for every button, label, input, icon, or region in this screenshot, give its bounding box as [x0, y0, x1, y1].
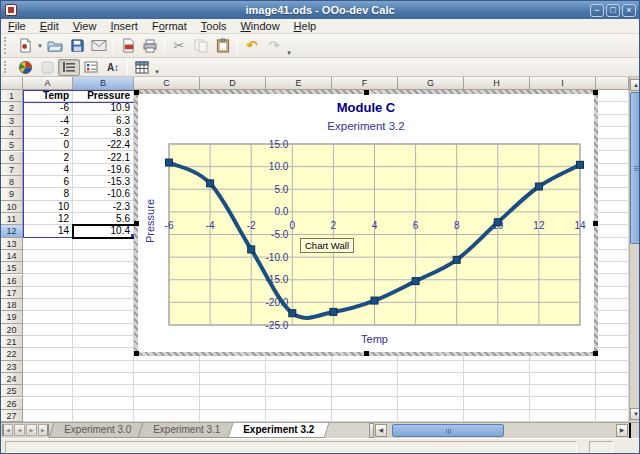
- row-header-21[interactable]: 21: [1, 336, 23, 348]
- data-point-marker[interactable]: [453, 256, 460, 263]
- row-header-3[interactable]: 3: [1, 115, 23, 127]
- chart-title[interactable]: Module C: [138, 100, 594, 115]
- data-point-marker[interactable]: [412, 278, 419, 285]
- menu-format[interactable]: Format: [145, 19, 194, 34]
- data-point-marker[interactable]: [207, 180, 214, 187]
- column-header-b[interactable]: B: [73, 77, 134, 90]
- scroll-left-button[interactable]: ◀: [375, 424, 387, 437]
- vertical-scroll-thumb[interactable]: [630, 92, 640, 244]
- column-header-c[interactable]: C: [134, 77, 200, 90]
- column-header-d[interactable]: D: [200, 77, 266, 90]
- row-header-24[interactable]: 24: [1, 373, 23, 385]
- chart-area[interactable]: Module C Experiment 3.2 Pressure Temp -6…: [138, 94, 594, 352]
- next-sheet-button[interactable]: ▶: [26, 424, 37, 436]
- column-header-partial[interactable]: [596, 77, 629, 90]
- new-document-button[interactable]: [14, 36, 36, 56]
- toolbar-overflow-button[interactable]: ▾: [153, 68, 161, 76]
- row-header-25[interactable]: 25: [1, 385, 23, 397]
- column-header-f[interactable]: F: [332, 77, 398, 90]
- scroll-up-button[interactable]: ▲: [630, 79, 640, 91]
- sheet-tab-experiment-3-1[interactable]: Experiment 3.1: [138, 423, 236, 438]
- column-header-i[interactable]: I: [530, 77, 596, 90]
- row-header-12[interactable]: 12: [1, 225, 23, 237]
- email-button[interactable]: [88, 36, 110, 56]
- paste-button[interactable]: [212, 36, 234, 56]
- row-header-4[interactable]: 4: [1, 127, 23, 139]
- row-header-16[interactable]: 16: [1, 275, 23, 287]
- row-header-13[interactable]: 13: [1, 238, 23, 250]
- scroll-right-button[interactable]: ▶: [616, 424, 628, 437]
- data-point-marker[interactable]: [248, 246, 255, 253]
- data-point-marker[interactable]: [371, 297, 378, 304]
- first-sheet-button[interactable]: ◀: [2, 424, 13, 436]
- data-point-marker[interactable]: [289, 310, 296, 317]
- open-button[interactable]: [44, 36, 66, 56]
- resize-handle-sw[interactable]: [134, 351, 139, 356]
- row-header-17[interactable]: 17: [1, 287, 23, 299]
- row-header-7[interactable]: 7: [1, 164, 23, 176]
- row-header-27[interactable]: 27: [1, 410, 23, 422]
- sheet-tab-experiment-3-0[interactable]: Experiment 3.0: [49, 423, 147, 438]
- column-header-a[interactable]: A: [23, 77, 73, 90]
- last-sheet-button[interactable]: ▶: [38, 424, 49, 436]
- menu-edit[interactable]: Edit: [33, 19, 66, 34]
- horizontal-scrollbar[interactable]: ◀ ▶: [374, 423, 629, 438]
- row-header-8[interactable]: 8: [1, 176, 23, 188]
- resize-handle-nw[interactable]: [134, 90, 139, 95]
- resize-handle-ne[interactable]: [593, 90, 598, 95]
- resize-handle-e[interactable]: [593, 221, 598, 226]
- menu-help[interactable]: Help: [287, 19, 324, 34]
- row-header-10[interactable]: 10: [1, 201, 23, 213]
- toolbar-grip[interactable]: [4, 61, 11, 74]
- chart-subtitle[interactable]: Experiment 3.2: [138, 120, 594, 132]
- title-bar[interactable]: image41.ods - OOo-dev Calc − □ ×: [1, 1, 639, 19]
- menu-file[interactable]: File: [1, 19, 33, 34]
- column-header-g[interactable]: G: [398, 77, 464, 90]
- row-header-1[interactable]: 1: [1, 90, 23, 102]
- y-axis-title[interactable]: Pressure: [144, 199, 156, 243]
- data-point-marker[interactable]: [330, 308, 337, 315]
- scroll-down-button[interactable]: ▼: [630, 408, 640, 420]
- menu-window[interactable]: Window: [233, 19, 286, 34]
- object-properties-button[interactable]: [36, 59, 58, 76]
- row-header-6[interactable]: 6: [1, 152, 23, 164]
- sheet-tab-experiment-3-2[interactable]: Experiment 3.2: [227, 423, 329, 438]
- data-point-marker[interactable]: [577, 161, 584, 168]
- resize-handle-s[interactable]: [364, 351, 369, 356]
- row-header-22[interactable]: 22: [1, 348, 23, 360]
- row-header-15[interactable]: 15: [1, 262, 23, 274]
- resize-handle-w[interactable]: [134, 221, 139, 226]
- row-header-18[interactable]: 18: [1, 299, 23, 311]
- print-button[interactable]: [139, 36, 161, 56]
- legend-button[interactable]: [80, 59, 102, 76]
- toolbar-overflow-button[interactable]: ▾: [285, 49, 293, 57]
- chart-data-table-button[interactable]: [131, 59, 153, 76]
- row-header-20[interactable]: 20: [1, 324, 23, 336]
- copy-button[interactable]: [190, 36, 212, 56]
- row-header-11[interactable]: 11: [1, 213, 23, 225]
- select-all-corner[interactable]: [1, 77, 23, 90]
- data-point-marker[interactable]: [535, 183, 542, 190]
- column-header-e[interactable]: E: [266, 77, 332, 90]
- resize-handle-se[interactable]: [593, 351, 598, 356]
- redo-button[interactable]: ↷: [263, 36, 285, 56]
- previous-sheet-button[interactable]: ◀: [14, 424, 25, 436]
- chart-type-button[interactable]: [14, 59, 36, 76]
- menu-insert[interactable]: Insert: [103, 19, 145, 34]
- row-header-9[interactable]: 9: [1, 188, 23, 200]
- save-button[interactable]: [66, 36, 88, 56]
- x-axis-title[interactable]: Temp: [169, 333, 580, 345]
- row-header-23[interactable]: 23: [1, 361, 23, 373]
- data-point-marker[interactable]: [166, 159, 173, 166]
- row-header-14[interactable]: 14: [1, 250, 23, 262]
- data-point-marker[interactable]: [494, 219, 501, 226]
- resize-handle-n[interactable]: [364, 90, 369, 95]
- horizontal-scroll-thumb[interactable]: [392, 424, 504, 437]
- new-document-dropdown[interactable]: ▾: [36, 42, 44, 50]
- menu-tools[interactable]: Tools: [194, 19, 234, 34]
- row-header-26[interactable]: 26: [1, 398, 23, 410]
- scale-text-button[interactable]: A↕: [102, 59, 124, 76]
- row-header-2[interactable]: 2: [1, 102, 23, 114]
- column-header-h[interactable]: H: [464, 77, 530, 90]
- export-pdf-button[interactable]: [117, 36, 139, 56]
